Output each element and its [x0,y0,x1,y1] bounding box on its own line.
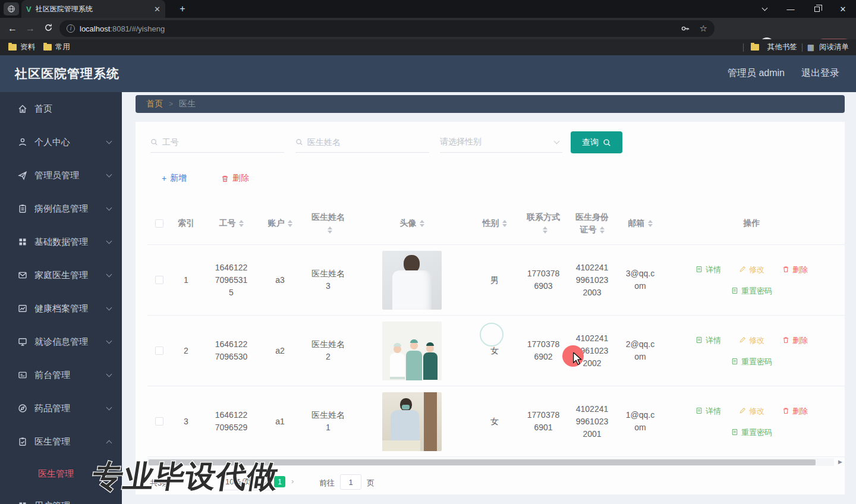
edit-link[interactable]: 修改 [739,263,764,276]
sort-caret[interactable] [543,226,547,234]
gender-placeholder: 请选择性别 [440,137,482,147]
sidebar-item-front-desk[interactable]: 前台管理 [0,358,122,392]
col-avatar[interactable]: 头像 [358,217,466,229]
new-tab-button[interactable]: + [176,3,189,16]
bookmark-star-icon[interactable]: ☆ [700,23,707,34]
detail-link[interactable]: 详情 [696,405,721,417]
sidebar-item-case-info[interactable]: 病例信息管理 [0,192,122,225]
sidebar-item-base-data[interactable]: 基础数据管理 [0,225,122,259]
edit-link[interactable]: 修改 [739,405,764,417]
job-no-input[interactable] [162,137,284,147]
chevron-down-icon [106,305,112,311]
window-close-button[interactable]: ✕ [830,0,856,18]
tab-close-icon[interactable]: ✕ [154,5,160,14]
breadcrumb-home[interactable]: 首页 [146,99,163,109]
delete-link[interactable]: 删除 [782,405,808,417]
sort-caret[interactable] [502,220,507,227]
goto-label: 前往 [319,478,335,489]
row-checkbox[interactable] [155,417,163,426]
forward-icon[interactable]: → [21,23,39,34]
detail-link[interactable]: 详情 [696,263,721,276]
tab-title: 社区医院管理系统 [36,4,150,14]
cell-email: 2@qq.com [621,338,660,363]
col-email[interactable]: 邮箱 [621,217,660,229]
sidebar-item-admin-management[interactable]: 管理员管理 [0,159,122,192]
col-gender[interactable]: 性别 [466,217,523,229]
doctor-name-input[interactable] [307,137,429,147]
reset-password-link[interactable]: 重置密码 [731,285,772,297]
row-checkbox[interactable] [155,346,163,355]
goto-page-input[interactable] [340,474,361,490]
reset-password-link[interactable]: 重置密码 [731,426,772,439]
logout-button[interactable]: 退出登录 [801,67,839,80]
main-content: 首页 > 医生 请选择性别 查询 + [122,92,856,504]
detail-link[interactable]: 详情 [696,334,721,346]
window-minimize-button[interactable]: — [778,0,804,18]
col-actions: 操作 [660,217,844,229]
folder-icon [8,44,17,51]
col-account[interactable]: 账户 [262,217,298,229]
sidebar-item-family-doctor[interactable]: 家庭医生管理 [0,259,122,292]
doctor-name-search-field[interactable] [295,131,429,153]
refresh-icon[interactable] [39,23,57,34]
sidebar-item-personal-center[interactable]: 个人中心 [0,125,122,159]
select-all-checkbox[interactable] [155,219,163,228]
chevron-down-icon [106,338,112,344]
sidebar-item-visit-info[interactable]: 就诊信息管理 [0,325,122,358]
sort-caret[interactable] [288,220,292,227]
back-icon[interactable]: ← [4,23,21,34]
row-checkbox[interactable] [155,276,163,284]
sort-caret[interactable] [600,226,605,234]
window-dropdown-icon[interactable] [751,0,778,18]
edit-link[interactable]: 修改 [739,334,764,346]
chevron-down-icon [106,272,112,278]
chevron-up-icon [106,440,112,446]
sort-caret[interactable] [239,220,244,227]
cell-account: a1 [262,415,298,428]
grid-icon [18,237,27,247]
bookmark-ziliao[interactable]: 资料 [20,42,35,52]
col-phone[interactable]: 联系方式 [523,211,564,236]
delete-link[interactable]: 删除 [782,334,808,346]
search-button[interactable]: 查询 [571,131,622,153]
sidebar-item-home[interactable]: 首页 [0,92,122,125]
job-no-search-field[interactable] [150,131,284,153]
home-icon [18,104,27,114]
col-idcard[interactable]: 医生身份证号 [564,211,621,236]
mouse-cursor [572,352,584,366]
window-restore-button[interactable] [804,0,830,18]
delete-link[interactable]: 删除 [782,263,808,276]
sidebar-item-medicine[interactable]: 药品管理 [0,392,122,425]
sidebar-item-health-record[interactable]: 健康档案管理 [0,292,122,325]
compass-icon [18,404,27,413]
breadcrumb: 首页 > 医生 [136,95,845,113]
cell-job: 16461227096529 [201,409,262,434]
sidebar-item-doctor-management[interactable]: 医生管理 [0,425,122,458]
col-job[interactable]: 工号 [201,217,262,229]
reset-password-link[interactable]: 重置密码 [731,355,772,368]
other-bookmarks[interactable]: 其他书签 [767,42,797,52]
sort-caret[interactable] [420,220,424,227]
folder-icon [43,44,52,51]
browser-tab[interactable]: V 社区医院管理系统 ✕ [21,0,165,18]
reading-list[interactable]: 阅读清单 [819,42,849,52]
next-page-icon[interactable]: › [291,477,294,486]
cell-name: 医生姓名2 [298,338,358,363]
site-info-icon[interactable]: i [67,24,75,33]
delete-button[interactable]: 删除 [221,173,249,184]
password-key-icon[interactable] [681,24,690,33]
chevron-down-icon [106,172,112,178]
gender-select[interactable]: 请选择性别 [440,131,562,153]
sort-caret[interactable] [328,226,332,234]
sort-caret[interactable] [648,220,653,227]
add-button[interactable]: + 新增 [162,173,187,184]
url-field[interactable]: i localhost:8081/#/yisheng ☆ [59,20,715,37]
bookmark-changyong[interactable]: 常用 [55,42,70,52]
scroll-right-arrow-icon[interactable]: ▶ [838,459,842,465]
postcard-icon [18,370,27,380]
col-name[interactable]: 医生姓名 [298,211,358,236]
pencil-icon [739,266,746,273]
plus-icon: + [162,174,166,183]
reading-list-icon: ▦ [807,43,814,52]
browser-globe-icon[interactable] [4,2,19,15]
